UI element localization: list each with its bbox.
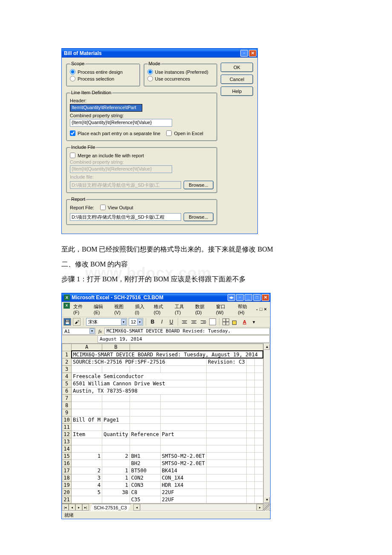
place-each-input[interactable]: [70, 130, 75, 136]
cell[interactable]: [246, 394, 255, 402]
row-header[interactable]: 21: [62, 496, 72, 503]
report-file-input[interactable]: D:\项目文档\存储式导航信号源_SD卡版\工程: [70, 213, 181, 221]
align-center-icon[interactable]: [190, 318, 198, 326]
align-left-icon[interactable]: [181, 318, 188, 326]
format-painter-icon[interactable]: 🖌: [73, 318, 81, 326]
cell[interactable]: [255, 460, 263, 467]
cell[interactable]: [160, 394, 206, 402]
cell[interactable]: CON3: [130, 481, 160, 489]
row-header[interactable]: 12: [62, 431, 72, 438]
open-excel-check[interactable]: Open in Excel: [166, 130, 203, 136]
row-header[interactable]: 15: [62, 452, 72, 460]
cell[interactable]: BH1: [130, 452, 160, 460]
scroll-up-icon[interactable]: ▲: [264, 344, 270, 350]
cell[interactable]: SMTSO-M2-2.0ET: [160, 452, 206, 460]
cell[interactable]: [102, 460, 130, 467]
open-excel-input[interactable]: [166, 130, 172, 136]
tab-last-icon[interactable]: ▸|: [82, 504, 89, 511]
cell[interactable]: C35: [130, 496, 160, 503]
bold-button[interactable]: B: [149, 318, 156, 326]
combined-input[interactable]: {Item}\t{Quantity}\t{Reference}\t{Value}: [70, 119, 172, 127]
cell[interactable]: CON2: [130, 474, 160, 481]
chevron-down-icon[interactable]: ▾: [121, 319, 126, 325]
cell[interactable]: [246, 365, 255, 373]
cell[interactable]: 1: [72, 452, 102, 460]
cell[interactable]: [207, 481, 247, 489]
borders-icon[interactable]: [222, 318, 230, 326]
cell[interactable]: [255, 373, 263, 380]
cell[interactable]: [130, 438, 160, 445]
cell[interactable]: [130, 365, 160, 373]
merge-cells-icon[interactable]: [209, 318, 216, 326]
cell[interactable]: [207, 438, 247, 445]
cell[interactable]: Part: [160, 431, 206, 438]
cell[interactable]: [246, 373, 255, 380]
cell[interactable]: [207, 467, 247, 474]
cell[interactable]: [160, 416, 206, 423]
cell[interactable]: BH2: [130, 460, 160, 467]
cell[interactable]: MCIMX6Q-SMART DEVICE BOARD Revised: Tues…: [72, 351, 263, 358]
row-header[interactable]: 17: [62, 467, 72, 474]
merge-input[interactable]: [70, 153, 75, 158]
cell[interactable]: Item: [72, 431, 102, 438]
doc-max-icon[interactable]: □: [259, 306, 262, 312]
cell[interactable]: [102, 496, 130, 503]
cell[interactable]: [255, 409, 263, 416]
cell[interactable]: [255, 416, 263, 423]
cell[interactable]: [207, 402, 247, 409]
menu-window[interactable]: 窗口(W): [213, 303, 234, 316]
cell[interactable]: [130, 394, 160, 402]
cell[interactable]: [246, 474, 255, 481]
cell[interactable]: [255, 496, 263, 503]
fill-color-icon[interactable]: [231, 318, 239, 326]
restore-icon[interactable]: ▫: [240, 50, 248, 57]
menu-data[interactable]: 数据(D): [193, 303, 213, 316]
mode-occurrences-input[interactable]: [147, 76, 153, 81]
cell[interactable]: [207, 489, 247, 496]
font-select[interactable]: 宋体▾: [86, 318, 127, 326]
cell[interactable]: [207, 496, 247, 503]
cell[interactable]: 2: [102, 452, 130, 460]
cell[interactable]: [255, 380, 263, 387]
mode-occurrences-radio[interactable]: Use occurrences: [147, 76, 214, 81]
excel-close-icon[interactable]: ✕: [262, 294, 269, 301]
cell[interactable]: [160, 423, 206, 431]
col-header[interactable]: B: [102, 344, 130, 351]
cell[interactable]: [207, 445, 247, 452]
cell[interactable]: HDR 1X4: [160, 481, 206, 489]
fx-icon[interactable]: fx: [96, 327, 104, 335]
cell[interactable]: [207, 409, 247, 416]
cell[interactable]: [102, 394, 130, 402]
cell[interactable]: 4: [72, 481, 102, 489]
cell[interactable]: [72, 365, 102, 373]
cell[interactable]: [207, 423, 247, 431]
tab-prev-icon[interactable]: ◂: [69, 504, 75, 511]
excel-max-icon[interactable]: □: [253, 294, 261, 301]
cell[interactable]: [246, 409, 255, 416]
cell[interactable]: [130, 402, 160, 409]
doc-close-icon[interactable]: ×: [264, 306, 267, 312]
cell[interactable]: [246, 438, 255, 445]
cell[interactable]: [255, 394, 263, 402]
cell[interactable]: [102, 423, 130, 431]
size-select[interactable]: 12▾: [129, 318, 143, 326]
cell[interactable]: [255, 423, 263, 431]
cell[interactable]: [130, 445, 160, 452]
view-output-check[interactable]: View Output: [100, 205, 133, 210]
cell[interactable]: [255, 474, 263, 481]
menu-tools[interactable]: 工具(T): [172, 303, 192, 316]
cell[interactable]: [102, 365, 130, 373]
cell[interactable]: [246, 416, 255, 423]
row-header[interactable]: 2: [62, 358, 72, 365]
cell[interactable]: [160, 409, 206, 416]
cell[interactable]: [255, 481, 263, 489]
row-header[interactable]: 11: [62, 423, 72, 431]
chevron-down-icon[interactable]: ▾: [137, 319, 142, 325]
cell[interactable]: [246, 452, 255, 460]
cell[interactable]: 1: [102, 481, 130, 489]
cell[interactable]: 6501 William Cannon Drive West: [72, 380, 207, 387]
cell[interactable]: [102, 409, 130, 416]
cell[interactable]: [246, 489, 255, 496]
vertical-scrollbar[interactable]: ▲ ▼: [263, 344, 270, 503]
formula-input-line2[interactable]: August 19, 2014: [98, 336, 270, 343]
